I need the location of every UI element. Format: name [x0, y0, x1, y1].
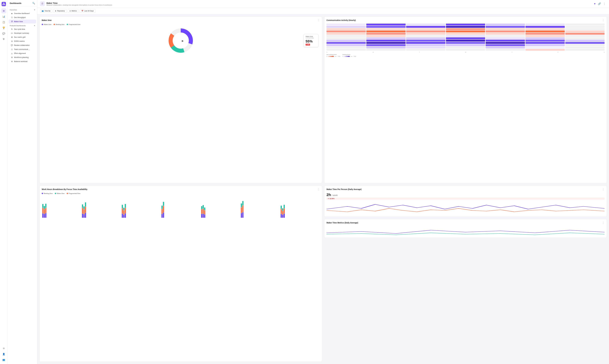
sidebar-item-balance-workload[interactable]: ⊜ Balance workload: [9, 59, 36, 63]
tooltip-sublabel: 1.2 hours/day: [305, 37, 316, 39]
sidebar-item-label: Review collaboration: [14, 44, 29, 46]
maker-time-metrics-menu[interactable]: ⋮: [602, 221, 605, 224]
sidebar-item-overview[interactable]: ◈ Overview dashboard: [9, 12, 36, 15]
filter-date-range[interactable]: 📅 Last 30 Days: [80, 9, 96, 13]
non-working-zero: 0: [327, 56, 327, 57]
sidebar-item-developer-summary[interactable]: </> Developer summary: [9, 31, 36, 35]
big-stat-unit: / week: [331, 194, 338, 196]
maker-time-header: Maker time ⋮: [42, 19, 320, 22]
bar-6b: [242, 201, 244, 218]
sidebar-item-team-communication[interactable]: ◻ Team communicati ...: [9, 47, 36, 51]
nav-team-icon[interactable]: 👥: [1, 357, 6, 362]
maker-time-menu[interactable]: ⋮: [317, 19, 320, 22]
sidebar-item-label: Dev cycle time: [14, 28, 25, 30]
topbar: ⏱ Maker Time Measure collaboration, meet…: [37, 0, 609, 8]
non-working-low: Low: [334, 56, 336, 57]
topbar-actions: ♥ 🔗 ⋮: [594, 2, 606, 6]
sidebar-item-effort-alignment[interactable]: △ Effort alignment: [9, 51, 36, 55]
sidebar-item-label: Developer summary: [14, 32, 29, 34]
sidebar-item-dev-cycle-time[interactable]: ↻ Dev cycle time: [9, 27, 36, 31]
nav-dashboards[interactable]: ⊞: [1, 8, 6, 13]
heatmap-area: S M T W T F S Non working hours 0: [327, 24, 605, 181]
topbar-icon: ⏱: [40, 1, 45, 6]
sidebar-nav: Favorites ▾ ◈ Overview dashboard ⬡ Dev t…: [8, 6, 37, 364]
bar-2b: [83, 206, 85, 218]
comm-menu[interactable]: ⋮: [602, 19, 605, 22]
day-w: W: [465, 52, 466, 53]
tooltip-label: Maker time: [305, 36, 316, 37]
working-high: High: [354, 56, 356, 57]
maker-time-person-menu[interactable]: ⋮: [602, 188, 605, 191]
dev-cycle-icon: ↻: [11, 28, 13, 30]
work-hours-title: Work Hours Breakdown By Focus Time Avail…: [42, 188, 87, 190]
sidebar-item-label: Dev metric grid: [14, 36, 25, 38]
heatmap-legend: Non working hours 0 Low High: [327, 54, 605, 57]
favorites-section[interactable]: Favorites ▾: [8, 8, 37, 11]
maker-time-metrics-header: Maker Time Metrics (Daily Average) ⋮: [327, 221, 605, 224]
big-stat-value: 2h: [327, 193, 331, 197]
work-hours-menu[interactable]: ⋮: [317, 188, 320, 191]
metrics-label: Metrics: [72, 10, 77, 12]
sidebar-item-dev-metric-grid[interactable]: ⊞ Dev metric grid: [9, 35, 36, 39]
favorites-collapse-icon[interactable]: ▾: [34, 9, 35, 11]
nav-trash[interactable]: 🗑: [1, 37, 6, 41]
legend-fragmented-label: Fragmented time: [69, 24, 81, 25]
bar-group-2: [82, 202, 121, 218]
bar-group-3: [122, 204, 160, 218]
repository-label: Repository: [57, 10, 65, 12]
metric-grid-icon: ⊞: [11, 36, 13, 38]
bar-5c: [204, 208, 205, 218]
nav-messages[interactable]: 💬: [1, 31, 6, 36]
sidebar-item-review-collaboration[interactable]: 💬 Review collaboration: [9, 43, 36, 47]
maker-time-person-title: Maker Time Per Person (Daily Average): [327, 188, 361, 190]
favorite-button[interactable]: ♥: [594, 2, 596, 6]
prebuilt-section[interactable]: Prebuilt Dashboards ▾: [8, 24, 37, 27]
sidebar-item-maker-time[interactable]: ⏱ Maker time: [9, 20, 36, 24]
day-s2: S: [604, 52, 605, 53]
app-logo[interactable]: [2, 2, 6, 6]
date-range-label: Last 30 Days: [84, 10, 94, 12]
stat-badge: ▼ 32.90%: [327, 197, 605, 200]
heatmap-col-t2: [486, 24, 525, 51]
day-m: M: [373, 52, 374, 53]
filter-view-by[interactable]: 👥 View By: [40, 9, 52, 13]
effort-icon: △: [11, 52, 13, 54]
share-button[interactable]: 🔗: [597, 2, 601, 6]
tooltip-badge: LOW: [305, 44, 310, 46]
heatmap-col-f: [526, 24, 565, 51]
sidebar-item-dora-metrics[interactable]: ◎ DORA metrics: [9, 39, 36, 43]
nav-account-icon[interactable]: 👤: [1, 351, 6, 356]
bar-2a: [82, 204, 83, 218]
search-icon[interactable]: 🔍: [32, 2, 35, 4]
stat-badge-icon: ▼: [328, 198, 329, 199]
dev-summary-icon: </>: [11, 32, 13, 34]
nav-charts[interactable]: 📊: [1, 14, 6, 19]
sidebar-item-label: Balance workload: [14, 61, 28, 62]
comm-title: Communication Activity (Hourly): [327, 19, 356, 21]
legend-fragmented: Fragmented time: [67, 24, 81, 25]
nav-reports[interactable]: 📋: [1, 20, 6, 25]
legend-maker-dot: [42, 24, 43, 25]
bar-1c: [45, 204, 46, 218]
legend-maker: Maker time: [42, 24, 51, 25]
nav-goals[interactable]: 🏆: [1, 25, 6, 30]
day-t1: T: [419, 52, 420, 53]
nav-settings-icon[interactable]: ⚙: [1, 346, 6, 351]
bar-legend: Meeting time Maker time Fragmented time: [42, 193, 320, 194]
page-subtitle: Measure collaboration, meeting time alon…: [46, 4, 112, 6]
heatmap-col-s2: [565, 24, 605, 51]
view-by-label: View By: [44, 10, 50, 12]
bar-5b: [203, 205, 204, 218]
communication-card: Communication Activity (Hourly) ⋮: [324, 16, 607, 183]
sidebar-item-dev-throughput[interactable]: ⬡ Dev throughput: [9, 15, 36, 19]
prebuilt-collapse-icon[interactable]: ▾: [34, 25, 35, 26]
sidebar-item-workforce-planning[interactable]: ⊟ Workforce planning: [9, 55, 36, 59]
svg-text:▶: ▶: [182, 39, 184, 42]
filter-metrics[interactable]: ⊡ Metrics: [68, 9, 79, 13]
bar-1b: [44, 206, 45, 218]
day-f: F: [558, 52, 558, 53]
filter-bar: 👥 View By ⊞ Repository ⊡ Metrics 📅 Last …: [37, 8, 609, 14]
filter-repository[interactable]: ⊞ Repository: [53, 9, 67, 13]
more-options-button[interactable]: ⋮: [603, 2, 606, 6]
legend-fragmented-dot: [67, 24, 68, 25]
